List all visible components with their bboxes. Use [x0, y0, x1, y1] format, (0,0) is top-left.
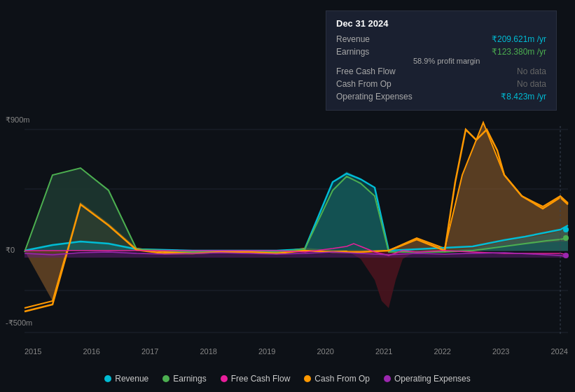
legend-label-opex: Operating Expenses	[394, 374, 471, 384]
legend-dot-opex	[384, 375, 391, 382]
x-label-2022: 2022	[434, 347, 451, 356]
chart-legend: Revenue Earnings Free Cash Flow Cash Fro…	[0, 374, 575, 384]
legend-label-fcf: Free Cash Flow	[231, 374, 291, 384]
x-label-2018: 2018	[200, 347, 217, 356]
tooltip-label-cashfromop: Cash From Op	[336, 79, 413, 89]
tooltip-value-revenue: ₹209.621m /yr	[492, 34, 546, 44]
legend-item-earnings[interactable]: Earnings	[162, 374, 206, 384]
legend-item-revenue[interactable]: Revenue	[104, 374, 148, 384]
tooltip-value-fcf: No data	[517, 66, 546, 76]
tooltip-row-cashfromop: Cash From Op No data	[336, 78, 546, 90]
chart-container: Dec 31 2024 Revenue ₹209.621m /yr Earnin…	[0, 0, 575, 392]
legend-dot-revenue	[104, 375, 111, 382]
x-label-2023: 2023	[492, 347, 509, 356]
profit-margin: 58.9% profit margin	[336, 57, 546, 65]
tooltip-row-opex: Operating Expenses ₹8.423m /yr	[336, 90, 546, 103]
legend-label-earnings: Earnings	[173, 374, 206, 384]
x-label-2019: 2019	[258, 347, 275, 356]
legend-dot-earnings	[162, 375, 169, 382]
svg-point-8	[563, 235, 569, 241]
legend-dot-fcf	[221, 375, 228, 382]
x-axis: 2015 2016 2017 2018 2019 2020 2021 2022 …	[25, 347, 568, 356]
x-label-2015: 2015	[25, 347, 41, 356]
tooltip-date: Dec 31 2024	[336, 18, 546, 29]
legend-label-revenue: Revenue	[115, 374, 148, 384]
tooltip-row-revenue: Revenue ₹209.621m /yr	[336, 33, 546, 46]
legend-dot-cashfromop	[304, 375, 311, 382]
tooltip-label-opex: Operating Expenses	[336, 92, 413, 102]
tooltip-row-fcf: Free Cash Flow No data	[336, 65, 546, 78]
tooltip-label-earnings: Earnings	[336, 47, 413, 57]
x-label-2016: 2016	[83, 347, 100, 356]
legend-item-fcf[interactable]: Free Cash Flow	[221, 374, 291, 384]
x-label-2020: 2020	[317, 347, 334, 356]
tooltip-label-fcf: Free Cash Flow	[336, 66, 413, 76]
svg-point-9	[563, 253, 569, 258]
tooltip-label-revenue: Revenue	[336, 34, 413, 44]
svg-point-7	[563, 227, 569, 232]
x-label-2017: 2017	[141, 347, 158, 356]
tooltip-box: Dec 31 2024 Revenue ₹209.621m /yr Earnin…	[326, 10, 557, 111]
legend-item-opex[interactable]: Operating Expenses	[384, 374, 471, 384]
legend-label-cashfromop: Cash From Op	[314, 374, 370, 384]
tooltip-value-earnings: ₹123.380m /yr	[492, 47, 546, 57]
tooltip-value-opex: ₹8.423m /yr	[501, 92, 546, 102]
tooltip-value-cashfromop: No data	[517, 79, 546, 89]
legend-item-cashfromop[interactable]: Cash From Op	[304, 374, 370, 384]
x-label-2021: 2021	[375, 347, 392, 356]
x-label-2024: 2024	[551, 347, 568, 356]
